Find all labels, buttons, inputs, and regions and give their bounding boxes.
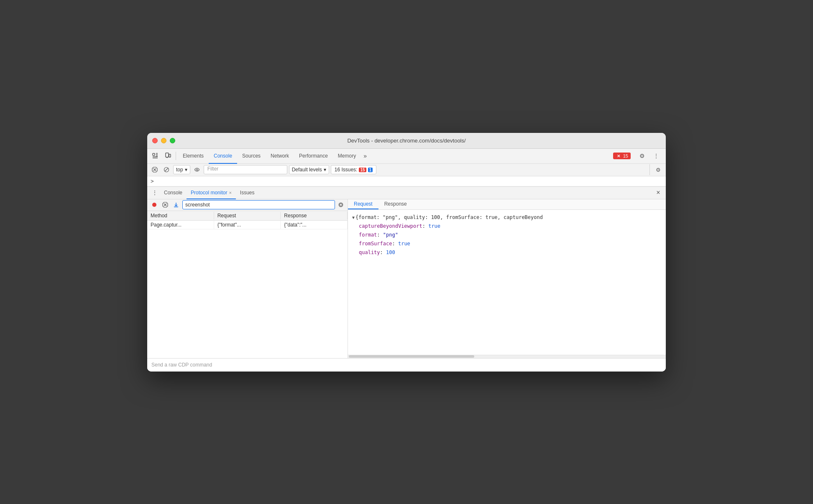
traffic-lights — [152, 138, 175, 143]
cdp-command-input[interactable]: Send a raw CDP command — [151, 362, 662, 368]
tab-sources[interactable]: Sources — [237, 149, 266, 164]
response-tab[interactable]: Response — [378, 199, 413, 209]
console-caret: > — [151, 178, 154, 184]
cdp-input-bar: Send a raw CDP command — [147, 358, 666, 372]
console-toolbar: top ▾ Filter Default levels ▾ 16 Issues:… — [147, 164, 666, 176]
tab-performance[interactable]: Performance — [294, 149, 333, 164]
clear-pm-icon[interactable] — [161, 200, 170, 209]
collapse-arrow-icon[interactable]: ▼ — [352, 214, 355, 221]
title-bar: DevTools - developer.chrome.com/docs/dev… — [147, 133, 666, 149]
top-toolbar: Elements Console Sources Network Perform… — [147, 149, 666, 164]
tab-network[interactable]: Network — [266, 149, 294, 164]
issues-badge[interactable]: 16 Issues: 15 1 — [331, 165, 376, 174]
error-badge[interactable]: ✕ 15 — [613, 153, 631, 159]
json-properties: captureBeyondViewport : true format : "p… — [359, 222, 662, 257]
close-protocol-monitor-icon[interactable]: × — [229, 190, 231, 195]
svg-point-15 — [152, 203, 156, 207]
request-detail-content: ▼ {format: "png", quality: 100, fromSurf… — [348, 210, 666, 355]
response-column-header: Response — [281, 212, 348, 219]
tab-console[interactable]: Console — [209, 149, 237, 164]
request-tab[interactable]: Request — [348, 199, 378, 209]
pm-right-panel: Request Response ▼ {format: "png", quali… — [348, 199, 666, 358]
chevron-down-icon: ▾ — [185, 167, 187, 173]
chevron-down-icon: ▾ — [324, 167, 326, 173]
method-column-header: Method — [147, 212, 214, 219]
drawer-tab-protocol-monitor[interactable]: Protocol monitor × — [187, 187, 236, 199]
drawer-tab-console[interactable]: Console — [160, 187, 187, 199]
json-property-format: format : "png" — [359, 231, 662, 239]
clear-search-icon[interactable] — [337, 201, 345, 209]
drawer-tab-issues[interactable]: Issues — [236, 187, 259, 199]
issues-error-count-badge: 15 — [359, 168, 366, 172]
svg-point-14 — [196, 169, 198, 171]
svg-rect-6 — [166, 153, 169, 157]
console-output-area[interactable]: > — [147, 176, 666, 186]
devtools-content: Elements Console Sources Network Perform… — [147, 149, 666, 372]
protocol-monitor-body: Method Request Response Page.captur... {… — [147, 199, 666, 358]
toolbar-divider-1 — [176, 152, 176, 160]
issues-info-count-badge: 1 — [368, 168, 373, 172]
pm-table-body: Page.captur... {"format"... {"data":"... — [147, 221, 348, 358]
scrollbar-thumb[interactable] — [349, 355, 474, 358]
settings-icon[interactable]: ⚙ — [636, 150, 648, 162]
tab-elements[interactable]: Elements — [178, 149, 209, 164]
toolbar-right: ✕ 15 ⚙ ⋮ — [613, 150, 664, 162]
devtools-window: DevTools - developer.chrome.com/docs/dev… — [147, 133, 666, 372]
error-x-icon: ✕ — [616, 154, 621, 158]
tab-memory[interactable]: Memory — [333, 149, 361, 164]
svg-rect-0 — [153, 153, 155, 155]
context-selector[interactable]: top ▾ — [173, 165, 190, 174]
close-drawer-icon[interactable]: × — [653, 188, 663, 198]
console-settings-icon[interactable]: ⚙ — [653, 165, 663, 175]
svg-rect-7 — [169, 154, 171, 157]
pm-search-input[interactable] — [182, 200, 335, 209]
close-button[interactable] — [152, 138, 158, 143]
request-cell: {"format"... — [214, 221, 281, 229]
default-levels-button[interactable]: Default levels ▾ — [289, 165, 329, 174]
window-title: DevTools - developer.chrome.com/docs/dev… — [347, 137, 465, 144]
bottom-drawer: ⋮ Console Protocol monitor × Issues × — [147, 186, 666, 372]
pm-left-panel: Method Request Response Page.captur... {… — [147, 199, 348, 358]
more-options-icon[interactable]: ⋮ — [650, 150, 662, 162]
pm-table-header: Method Request Response — [147, 211, 348, 221]
more-tabs-button[interactable]: » — [361, 148, 369, 163]
filter-input[interactable]: Filter — [204, 165, 287, 174]
horizontal-scrollbar[interactable] — [348, 355, 666, 358]
detail-tabs: Request Response — [348, 199, 666, 210]
json-property-captureBeyondViewport: captureBeyondViewport : true — [359, 222, 662, 231]
svg-line-13 — [165, 168, 168, 171]
pm-toolbar — [147, 199, 348, 211]
eye-icon[interactable] — [192, 165, 202, 175]
device-toolbar-icon[interactable] — [161, 150, 174, 162]
json-root-line: ▼ {format: "png", quality: 100, fromSurf… — [352, 213, 662, 222]
drawer-more-icon[interactable]: ⋮ — [150, 188, 160, 198]
block-icon[interactable] — [161, 165, 171, 175]
maximize-button[interactable] — [170, 138, 175, 143]
inspect-element-icon[interactable] — [149, 150, 161, 162]
drawer-tab-bar: ⋮ Console Protocol monitor × Issues × — [147, 187, 666, 199]
record-button[interactable] — [150, 200, 159, 209]
minimize-button[interactable] — [161, 138, 166, 143]
json-property-fromSurface: fromSurface : true — [359, 239, 662, 248]
error-count: 15 — [623, 153, 628, 158]
tab-list: Elements Console Sources Network Perform… — [178, 148, 613, 163]
download-icon[interactable] — [171, 200, 181, 209]
json-property-quality: quality : 100 — [359, 248, 662, 257]
toolbar-divider-2 — [649, 164, 650, 175]
table-row[interactable]: Page.captur... {"format"... {"data":"... — [147, 221, 348, 229]
method-cell: Page.captur... — [147, 221, 214, 229]
clear-console-icon[interactable] — [150, 165, 160, 175]
response-cell: {"data":"... — [281, 221, 348, 229]
request-column-header: Request — [214, 212, 281, 219]
